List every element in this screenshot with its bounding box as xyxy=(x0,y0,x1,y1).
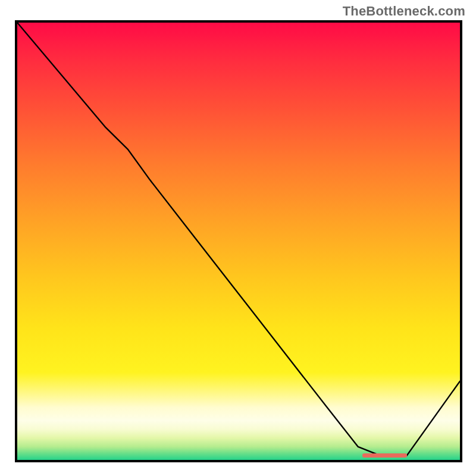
watermark-text: TheBottleneck.com xyxy=(343,4,465,19)
optimal-marker xyxy=(362,453,406,458)
bottleneck-curve xyxy=(17,23,460,456)
plot-area xyxy=(17,23,460,460)
chart-frame xyxy=(15,20,462,462)
chart-stage: TheBottleneck.com xyxy=(0,0,476,476)
curve-layer xyxy=(17,23,460,460)
